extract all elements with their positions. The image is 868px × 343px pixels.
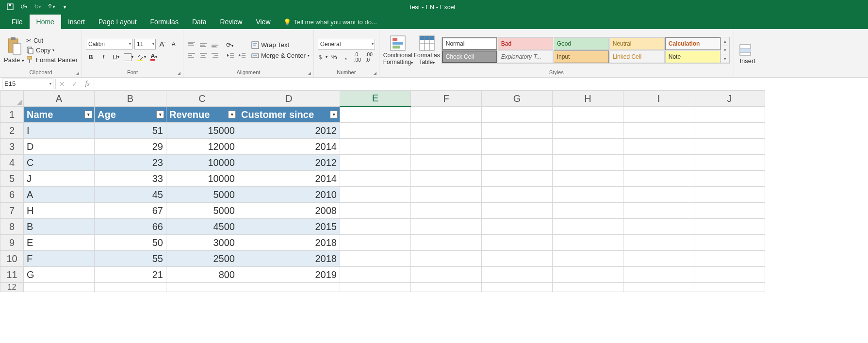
underline-button[interactable]: U▾: [111, 52, 121, 62]
column-header-D[interactable]: D: [238, 91, 340, 107]
tab-home[interactable]: Home: [30, 15, 61, 29]
cell-D9[interactable]: 2018: [238, 235, 340, 251]
cell-J5[interactable]: [694, 171, 765, 187]
cell-G8[interactable]: [482, 219, 553, 235]
align-right-button[interactable]: [211, 52, 220, 60]
cell-B11[interactable]: 21: [95, 267, 166, 283]
cell-H10[interactable]: [553, 251, 623, 267]
cell-H4[interactable]: [553, 155, 623, 171]
cell-E9[interactable]: [340, 235, 411, 251]
cell-E5[interactable]: [340, 171, 411, 187]
style-input[interactable]: Input: [554, 50, 609, 63]
qat-customize-icon[interactable]: ▾: [58, 1, 71, 12]
cell-B3[interactable]: 29: [95, 139, 166, 155]
cell-D3[interactable]: 2014: [238, 139, 340, 155]
cell-C12[interactable]: [166, 283, 238, 292]
cell-F4[interactable]: [411, 155, 482, 171]
font-name-combo[interactable]: Calibri▾: [86, 39, 132, 49]
wrap-text-button[interactable]: Wrap Text: [251, 41, 310, 49]
style-note[interactable]: Note: [665, 50, 721, 63]
decrease-font-button[interactable]: Aˇ: [169, 39, 179, 49]
cell-J3[interactable]: [694, 139, 765, 155]
chevron-down-icon[interactable]: ▾: [721, 46, 729, 55]
redo-icon[interactable]: ↻▾: [31, 1, 44, 12]
cell-G6[interactable]: [482, 187, 553, 203]
column-header-G[interactable]: G: [482, 91, 553, 107]
cut-button[interactable]: ✂Cut: [26, 37, 78, 44]
filter-icon[interactable]: ▾: [156, 111, 164, 118]
orientation-button[interactable]: ⟳▾: [226, 41, 236, 49]
bold-button[interactable]: B: [86, 52, 96, 62]
italic-button[interactable]: I: [98, 52, 108, 62]
style-explanatory[interactable]: Explanatory T...: [498, 50, 553, 63]
cell-J12[interactable]: [694, 283, 765, 292]
increase-font-button[interactable]: Aˆ: [158, 39, 167, 49]
table-header-B[interactable]: Age▾: [95, 107, 166, 123]
touch-mode-icon[interactable]: ▾: [45, 1, 57, 12]
column-header-A[interactable]: A: [24, 91, 95, 107]
increase-decimal-button[interactable]: .0.00: [353, 52, 362, 62]
table-header-C[interactable]: Revenue▾: [166, 107, 238, 123]
cell-F10[interactable]: [411, 251, 482, 267]
filter-icon[interactable]: ▾: [228, 111, 236, 118]
row-header-12[interactable]: 12: [0, 283, 24, 292]
cell-H11[interactable]: [553, 267, 623, 283]
cell-C5[interactable]: 10000: [166, 171, 238, 187]
tab-data[interactable]: Data: [185, 15, 213, 29]
cell-C2[interactable]: 15000: [166, 123, 238, 139]
cell-B12[interactable]: [95, 283, 166, 292]
table-header-D[interactable]: Customer since▾: [238, 107, 340, 123]
percent-button[interactable]: %: [329, 52, 339, 62]
cell-B4[interactable]: 23: [95, 155, 166, 171]
cell-A2[interactable]: I: [24, 123, 95, 139]
row-header-2[interactable]: 2: [0, 123, 24, 139]
cell-J2[interactable]: [694, 123, 765, 139]
cell-F7[interactable]: [411, 203, 482, 219]
align-top-button[interactable]: [187, 41, 197, 49]
cell-I3[interactable]: [623, 139, 694, 155]
row-header-6[interactable]: 6: [0, 187, 24, 203]
cell-I5[interactable]: [623, 171, 694, 187]
cell-B7[interactable]: 67: [95, 203, 166, 219]
format-painter-button[interactable]: Format Painter: [26, 56, 78, 64]
filter-icon[interactable]: ▾: [330, 111, 338, 118]
cell-F12[interactable]: [411, 283, 482, 292]
style-linked-cell[interactable]: Linked Cell: [609, 50, 665, 63]
row-header-7[interactable]: 7: [0, 203, 24, 219]
cell-C11[interactable]: 800: [166, 267, 238, 283]
decrease-indent-button[interactable]: [226, 52, 236, 60]
align-center-button[interactable]: [199, 52, 209, 60]
row-header-3[interactable]: 3: [0, 139, 24, 155]
cell-F11[interactable]: [411, 267, 482, 283]
cell-F5[interactable]: [411, 171, 482, 187]
dialog-launcher-icon[interactable]: ◢: [176, 70, 182, 76]
cell-A12[interactable]: [24, 283, 95, 292]
align-left-button[interactable]: [187, 52, 197, 60]
cell-I6[interactable]: [623, 187, 694, 203]
cell-B6[interactable]: 45: [95, 187, 166, 203]
cell-C10[interactable]: 2500: [166, 251, 238, 267]
cell-I7[interactable]: [623, 203, 694, 219]
cell-G2[interactable]: [482, 123, 553, 139]
cell-J8[interactable]: [694, 219, 765, 235]
align-middle-button[interactable]: [199, 41, 209, 49]
cancel-icon[interactable]: ✕: [56, 80, 68, 88]
cell-I4[interactable]: [623, 155, 694, 171]
cell-A4[interactable]: C: [24, 155, 95, 171]
undo-icon[interactable]: ↺▾: [17, 1, 30, 12]
cell-J11[interactable]: [694, 267, 765, 283]
column-header-J[interactable]: J: [694, 91, 765, 107]
copy-button[interactable]: Copy ▾: [26, 46, 78, 54]
fill-color-button[interactable]: ▾: [136, 52, 146, 62]
column-header-E[interactable]: E: [340, 91, 411, 107]
cell-D2[interactable]: 2012: [238, 123, 340, 139]
cell-I1[interactable]: [623, 107, 694, 123]
cell-E4[interactable]: [340, 155, 411, 171]
cell-A7[interactable]: H: [24, 203, 95, 219]
dialog-launcher-icon[interactable]: ◢: [75, 70, 81, 76]
style-neutral[interactable]: Neutral: [609, 37, 665, 50]
accounting-format-button[interactable]: $▾: [318, 52, 328, 62]
cell-G7[interactable]: [482, 203, 553, 219]
cell-J4[interactable]: [694, 155, 765, 171]
row-header-8[interactable]: 8: [0, 219, 24, 235]
